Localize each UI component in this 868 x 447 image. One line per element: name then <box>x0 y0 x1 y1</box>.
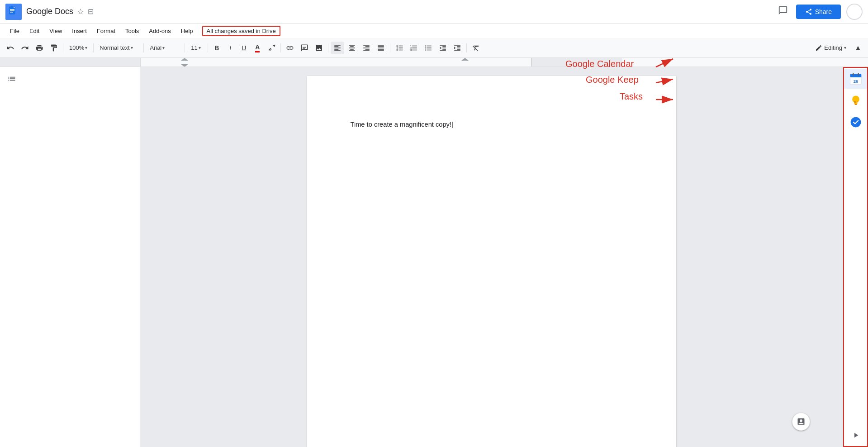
svg-rect-8 <box>0 58 140 67</box>
font-color-icon: A <box>255 43 260 52</box>
divider-5 <box>208 43 208 52</box>
menu-view[interactable]: View <box>45 26 66 36</box>
svg-text:26: 26 <box>853 79 858 84</box>
style-chevron: ▾ <box>131 45 133 50</box>
doc-title-row: Google Docs ☆ ⊟ <box>26 7 775 17</box>
all-changes-saved: All changes saved in Drive <box>202 26 280 36</box>
text-cursor <box>451 121 453 128</box>
divider-4 <box>185 43 185 52</box>
menu-bar: File Edit View Insert Format Tools Add-o… <box>0 24 868 38</box>
font-dropdown[interactable]: Arial ▾ <box>146 42 182 54</box>
insert-image-button[interactable] <box>312 42 326 54</box>
comment-button[interactable] <box>775 3 791 20</box>
doc-page: Time to create a magnificent copy! <box>307 76 676 447</box>
font-size-chevron: ▾ <box>199 45 201 50</box>
svg-rect-17 <box>850 76 861 77</box>
redo-button[interactable] <box>18 42 32 54</box>
share-label: Share <box>815 8 832 15</box>
star-icon[interactable]: ☆ <box>77 7 84 17</box>
decrease-indent-button[interactable] <box>436 42 450 54</box>
doc-area[interactable]: Time to create a magnificent copy! <box>140 67 843 447</box>
font-color-button[interactable]: A <box>251 42 264 54</box>
zoom-value: 100% <box>69 44 84 51</box>
ruler <box>0 58 868 67</box>
tasks-button[interactable] <box>846 112 866 132</box>
body-area: Time to create a magnificent copy! 26 <box>0 67 868 447</box>
title-bar-right: Share <box>775 3 863 20</box>
underline-icon: U <box>242 44 246 52</box>
doc-icon <box>5 4 22 20</box>
menu-edit[interactable]: Edit <box>25 26 44 36</box>
svg-rect-22 <box>854 103 857 104</box>
link-button[interactable] <box>283 42 297 54</box>
expand-sidebar-button[interactable] <box>846 425 866 445</box>
avatar[interactable] <box>846 4 863 20</box>
folder-icon[interactable]: ⊟ <box>88 7 94 16</box>
svg-rect-5 <box>10 10 14 11</box>
divider-6 <box>280 43 281 52</box>
editing-label: Editing <box>824 44 842 51</box>
title-bar: Google Docs ☆ ⊟ Share <box>0 0 868 24</box>
bottom-toolbar <box>792 413 810 431</box>
title-area: Google Docs ☆ ⊟ <box>26 7 775 17</box>
share-button[interactable]: Share <box>796 5 841 19</box>
align-center-button[interactable] <box>345 42 359 54</box>
style-dropdown[interactable]: Normal text ▾ <box>96 42 141 54</box>
menu-tools[interactable]: Tools <box>121 26 143 36</box>
bold-icon: B <box>214 44 219 52</box>
doc-text: Time to create a magnificent copy! <box>351 121 451 128</box>
keep-button[interactable] <box>846 90 866 110</box>
assistant-button[interactable] <box>792 413 810 431</box>
toolbar-right: Editing ▾ ▲ <box>811 42 864 54</box>
doc-title[interactable]: Google Docs <box>26 7 73 16</box>
align-left-button[interactable] <box>331 42 344 54</box>
font-size-dropdown[interactable]: 11 ▾ <box>187 42 205 54</box>
italic-icon: I <box>229 44 231 52</box>
menu-file[interactable]: File <box>5 26 24 36</box>
divider-8 <box>390 43 390 52</box>
underline-button[interactable]: U <box>237 42 250 54</box>
clear-formatting-button[interactable] <box>469 42 483 54</box>
divider-7 <box>328 43 328 52</box>
zoom-dropdown[interactable]: 100% ▾ <box>66 42 91 54</box>
collapse-toolbar-button[interactable]: ▲ <box>852 42 864 54</box>
outline-icon[interactable] <box>7 74 16 86</box>
editing-dropdown[interactable]: Editing ▾ <box>811 43 850 53</box>
undo-button[interactable] <box>4 42 17 54</box>
calendar-button[interactable]: 26 <box>843 69 868 89</box>
style-value: Normal text <box>100 44 129 51</box>
numbered-list-button[interactable] <box>407 42 421 54</box>
divider-1 <box>63 43 63 52</box>
menu-insert[interactable]: Insert <box>67 26 91 36</box>
editing-chevron: ▾ <box>844 45 846 50</box>
paint-format-button[interactable] <box>47 42 61 54</box>
font-size-value: 11 <box>191 44 197 51</box>
line-spacing-button[interactable] <box>393 42 406 54</box>
svg-point-27 <box>850 117 861 128</box>
bold-button[interactable]: B <box>210 42 223 54</box>
doc-content[interactable]: Time to create a magnificent copy! <box>351 119 633 129</box>
highlight-button[interactable] <box>265 42 278 54</box>
menu-help[interactable]: Help <box>176 26 198 36</box>
bulleted-list-button[interactable] <box>422 42 435 54</box>
menu-addons[interactable]: Add-ons <box>144 26 175 36</box>
svg-rect-9 <box>531 58 622 67</box>
print-button[interactable] <box>33 42 46 54</box>
right-sidebar: 26 <box>843 67 868 447</box>
divider-3 <box>143 43 144 52</box>
insert-comment-button[interactable] <box>298 42 311 54</box>
font-chevron: ▾ <box>162 45 165 50</box>
font-value: Arial <box>150 44 161 51</box>
italic-button[interactable]: I <box>224 42 237 54</box>
svg-rect-19 <box>853 73 854 76</box>
increase-indent-button[interactable] <box>451 42 464 54</box>
svg-rect-6 <box>10 12 13 13</box>
svg-rect-20 <box>858 73 859 76</box>
align-right-button[interactable] <box>360 42 373 54</box>
svg-rect-23 <box>854 104 857 105</box>
left-panel <box>0 67 140 447</box>
justify-button[interactable] <box>374 42 388 54</box>
divider-9 <box>466 43 467 52</box>
menu-format[interactable]: Format <box>92 26 120 36</box>
svg-rect-4 <box>10 9 14 10</box>
